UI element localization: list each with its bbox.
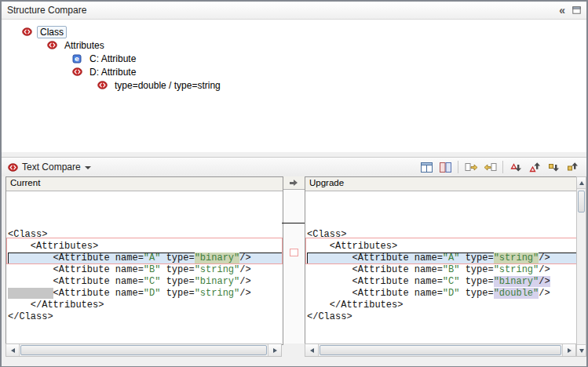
code-segment: "B" [443, 264, 460, 275]
code-line[interactable]: <Attribute name="B" type="string"/> [8, 264, 283, 276]
code-segment: /> [239, 288, 250, 299]
code-segment: "D" [443, 288, 460, 299]
left-horizontal-scrollbar[interactable] [5, 343, 282, 357]
code-segment: <Attribute name= [8, 253, 144, 263]
text-compare-header: Text Compare [2, 158, 586, 177]
copy-all-right-to-left-icon[interactable] [481, 159, 499, 175]
scroll-right-button[interactable] [268, 344, 281, 356]
text-compare-panel: Text Compare Current <Class> <Attributes… [2, 157, 586, 366]
toolbar-separator [502, 161, 503, 173]
eattribute-icon: e [72, 54, 83, 64]
code-line[interactable]: </Class> [307, 311, 577, 323]
code-segment: type= [459, 288, 493, 299]
copy-all-left-to-right-icon[interactable] [462, 159, 480, 175]
viewer-dropdown-icon[interactable] [85, 166, 91, 169]
code-line-selected[interactable]: <Attribute name="A" type="string"/> [307, 253, 577, 264]
show-merged-viewer-icon[interactable] [418, 159, 435, 175]
tree-item-c-attribute[interactable]: eC: Attribute [2, 52, 586, 65]
right-arrow-icon [568, 348, 572, 353]
next-change-icon[interactable] [545, 159, 562, 175]
code-line[interactable]: <Attribute name="B" type="string"/> [307, 264, 577, 276]
tree-item-attributes[interactable]: Attributes [2, 38, 586, 52]
scroll-up-button[interactable] [577, 177, 586, 189]
left-arrow-icon [310, 348, 314, 353]
structure-compare-title: Structure Compare [7, 5, 86, 16]
scroll-right-button[interactable] [562, 344, 575, 356]
code-line[interactable]: </Class> [8, 311, 283, 323]
direction-arrow-head [294, 180, 298, 186]
code-segment: "string" [195, 288, 240, 299]
code-segment: "binary" [195, 253, 240, 263]
code-segment: <Class> [8, 229, 47, 240]
code-segment: <Attribute name= [8, 276, 144, 287]
code-segment: type= [459, 276, 493, 287]
code-line[interactable]: </Attributes> [307, 300, 577, 311]
left-pane-title: Current [6, 177, 283, 191]
scroll-left-button[interactable] [6, 344, 20, 356]
previous-change-icon[interactable] [564, 159, 581, 175]
scrollbar-track[interactable] [577, 189, 586, 344]
tree-item-class[interactable]: Class [2, 25, 586, 38]
scroll-down-button[interactable] [577, 344, 586, 356]
code-segment: "B" [144, 264, 161, 275]
code-line[interactable]: <Class> [8, 229, 283, 241]
tree-item-d-attribute[interactable]: D: Attribute [2, 65, 586, 78]
code-segment: "binary" [195, 276, 240, 287]
code-segment: "A" [443, 253, 460, 263]
minimize-view-icon[interactable]: « [559, 5, 565, 16]
code-segment: <Attribute name= [307, 253, 443, 263]
scrollbar-thumb[interactable] [20, 345, 267, 355]
right-horizontal-scrollbar[interactable] [305, 343, 576, 357]
code-segment: /> [239, 264, 250, 275]
tree-item-label: Class [37, 26, 67, 38]
right-pane: Upgrade <Class> <Attributes> <Attribute … [305, 176, 578, 345]
scrollbar-thumb[interactable] [320, 345, 561, 355]
code-line[interactable]: <Attributes> [307, 241, 577, 253]
code-line[interactable]: <Attribute name="D" type="string"/> [8, 288, 283, 300]
code-line[interactable]: <Attribute name="D" type="double"/> [307, 288, 577, 300]
scroll-left-button[interactable] [305, 344, 319, 356]
code-segment: "string" [494, 253, 539, 263]
code-line[interactable]: <Class> [307, 229, 577, 241]
tree-item-label: type=double / type=string [112, 80, 223, 91]
left-pane: Current <Class> <Attributes> <Attribute … [5, 176, 283, 345]
compare-editor-window: Structure Compare « ClassAttributeseC: A… [0, 0, 588, 367]
previous-difference-icon[interactable] [526, 159, 543, 175]
selected-diff-connector [282, 223, 305, 223]
tree-item-label: Attributes [62, 40, 107, 51]
code-segment: "string" [195, 264, 240, 275]
text-compare-title: Text Compare [22, 162, 81, 173]
vertical-scrollbar[interactable] [576, 176, 586, 357]
code-segment: "A" [144, 253, 161, 263]
code-segment: <Attribute name= [8, 264, 144, 275]
code-line[interactable]: </Attributes> [8, 300, 283, 311]
right-pane-title: Upgrade [305, 177, 577, 191]
code-segment: <Attributes> [307, 241, 397, 252]
code-segment: /> [539, 264, 550, 275]
scrollbar-track[interactable] [20, 344, 268, 356]
scrollbar-track[interactable] [319, 344, 562, 356]
code-line[interactable]: <Attribute name="C" type="binary"/> [8, 276, 283, 288]
tree-item-type-double-type-string[interactable]: type=double / type=string [2, 78, 586, 92]
scrollbar-thumb[interactable] [578, 191, 585, 213]
code-segment: </Class> [8, 311, 53, 322]
compare-icon [97, 81, 108, 90]
code-line[interactable]: <Attributes> [8, 241, 283, 253]
compare-icon [22, 27, 33, 37]
maximize-view-icon[interactable] [572, 6, 581, 14]
right-arrow-icon [273, 348, 277, 353]
code-line[interactable]: <Attribute name="C" type="binary"/> [307, 276, 577, 288]
structure-compare-tree: ClassAttributeseC: AttributeD: Attribute… [2, 20, 586, 92]
code-segment: /> [539, 288, 550, 299]
code-segment: <Attributes> [8, 241, 98, 252]
switch-panes-icon[interactable] [436, 159, 454, 175]
compare-icon [47, 41, 58, 50]
code-segment: "double" [494, 288, 539, 299]
code-segment: <Attribute name= [307, 288, 443, 299]
tree-item-label: C: Attribute [87, 53, 138, 64]
next-difference-icon[interactable] [507, 159, 524, 175]
code-segment: "binary" [494, 276, 539, 287]
change-direction-icon[interactable] [282, 176, 305, 190]
up-arrow-icon [579, 181, 584, 185]
code-line-selected[interactable]: <Attribute name="A" type="binary"/> [8, 253, 283, 264]
